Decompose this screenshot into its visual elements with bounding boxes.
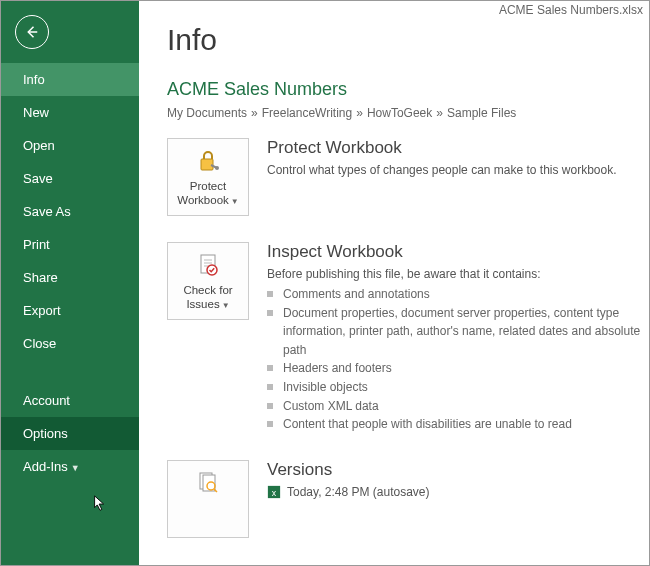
list-item: Content that people with disabilities ar… [267,415,649,434]
sidebar-item-close[interactable]: Close [1,327,139,360]
protect-workbook-button[interactable]: ProtectWorkbook▼ [167,138,249,216]
svg-rect-0 [201,159,213,170]
list-item: Invisible objects [267,378,649,397]
check-for-issues-button[interactable]: Check forIssues▼ [167,242,249,320]
protect-heading: Protect Workbook [267,138,617,158]
svg-line-10 [214,489,217,492]
list-item: Comments and annotations [267,285,649,304]
chevron-down-icon: ▼ [222,301,230,310]
chevron-down-icon: ▼ [231,197,239,206]
breadcrumb: My Documents»FreelanceWriting»HowToGeek»… [167,106,649,120]
section-protect: ProtectWorkbook▼ Protect Workbook Contro… [167,138,649,216]
svg-point-1 [215,166,219,170]
document-check-icon [168,251,248,279]
arrow-left-icon [23,23,41,41]
sidebar-item-addins[interactable]: Add-Ins▼ [1,450,139,483]
sidebar-item-print[interactable]: Print [1,228,139,261]
lock-icon [168,147,248,175]
sidebar-item-info[interactable]: Info [1,63,139,96]
sidebar-item-account[interactable]: Account [1,384,139,417]
inspect-bullets: Comments and annotations Document proper… [267,285,649,434]
backstage-sidebar: Info New Open Save Save As Print Share E… [1,1,139,565]
versions-heading: Versions [267,460,430,480]
list-item: Custom XML data [267,397,649,416]
chevron-down-icon: ▼ [71,463,80,473]
section-inspect: Check forIssues▼ Inspect Workbook Before… [167,242,649,434]
sidebar-item-share[interactable]: Share [1,261,139,294]
page-title: Info [167,23,649,57]
sidebar-item-export[interactable]: Export [1,294,139,327]
manage-versions-button[interactable] [167,460,249,538]
sidebar-item-save[interactable]: Save [1,162,139,195]
excel-file-icon: x [267,485,281,499]
main-content: Info ACME Sales Numbers My Documents»Fre… [139,1,649,565]
document-search-icon [168,469,248,497]
inspect-heading: Inspect Workbook [267,242,649,262]
sidebar-item-new[interactable]: New [1,96,139,129]
sidebar-item-open[interactable]: Open [1,129,139,162]
back-button[interactable] [15,15,49,49]
document-title: ACME Sales Numbers [167,79,649,100]
list-item: Headers and footers [267,359,649,378]
version-entry[interactable]: x Today, 2:48 PM (autosave) [267,485,430,499]
sidebar-item-saveas[interactable]: Save As [1,195,139,228]
section-versions: Versions x Today, 2:48 PM (autosave) [167,460,649,538]
list-item: Document properties, document server pro… [267,304,649,360]
mouse-cursor-icon [93,495,107,516]
svg-text:x: x [272,487,277,497]
inspect-desc: Before publishing this file, be aware th… [267,267,649,281]
protect-desc: Control what types of changes people can… [267,163,617,177]
sidebar-item-options[interactable]: Options [1,417,139,450]
